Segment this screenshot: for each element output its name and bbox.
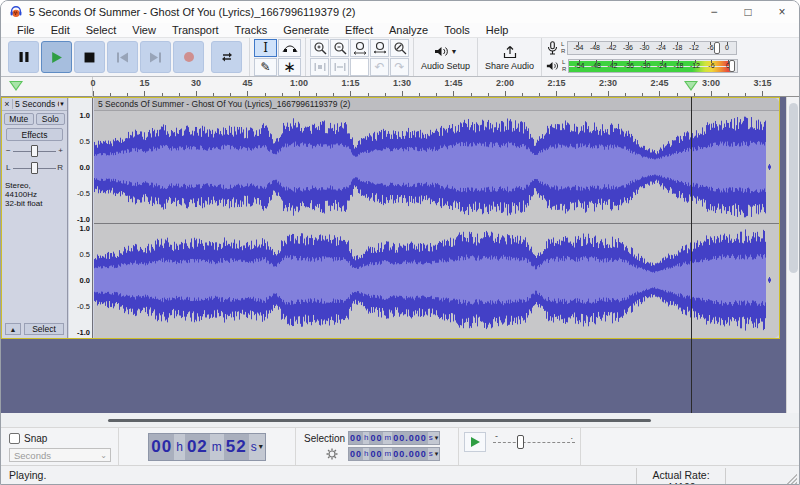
skip-to-start-button[interactable] — [107, 41, 138, 73]
microphone-icon — [547, 41, 558, 55]
playback-meter[interactable]: LR -54-48-42-36-30-24-18-12-60 — [546, 58, 738, 75]
select-track-button[interactable]: Select — [24, 323, 64, 335]
track-name[interactable]: 5 Seconds O — [13, 99, 59, 109]
vertical-scale-ruler[interactable]: 1.00.50.0-0.5-1.01.00.50.0-0.5-1.0 — [69, 98, 93, 338]
selection-settings-gear-icon[interactable] — [326, 448, 338, 460]
play-button[interactable] — [41, 41, 72, 73]
time-digits[interactable]: 00 — [149, 434, 174, 460]
menu-tracks[interactable]: Tracks — [227, 23, 276, 38]
fit-selection-button[interactable] — [350, 39, 369, 57]
share-audio-button[interactable]: Share Audio — [478, 38, 542, 76]
envelope-tool-button[interactable] — [278, 39, 301, 57]
menu-transport[interactable]: Transport — [164, 23, 227, 38]
multi-tool-button[interactable]: ∗ — [278, 58, 301, 76]
snap-mode-dropdown[interactable]: Seconds ⌄ — [9, 448, 111, 462]
selection-end-field[interactable]: 00h00m00.000s▾ — [348, 447, 440, 461]
play-speed-slider[interactable]: - . — [493, 434, 575, 450]
close-button[interactable]: × — [765, 1, 799, 23]
horizontal-scrollbar[interactable] — [1, 413, 799, 428]
menu-select[interactable]: Select — [78, 23, 125, 38]
audacity-logo-icon — [9, 5, 23, 19]
silence-audio-button[interactable] — [330, 58, 349, 76]
audio-position-display[interactable]: 00h02m52s▾ — [148, 433, 265, 461]
window-title: 5 Seconds Of Summer - Ghost Of You (Lyri… — [29, 6, 356, 18]
audio-setup-button[interactable]: ▼ Audio Setup — [414, 38, 478, 76]
collapse-track-button[interactable]: ▲ — [5, 323, 21, 335]
menu-edit[interactable]: Edit — [43, 23, 78, 38]
playhead-pin[interactable] — [684, 81, 698, 91]
vertical-scrollbar[interactable] — [786, 97, 799, 413]
recording-volume-thumb[interactable] — [714, 42, 720, 54]
selection-digits[interactable]: 00.000 — [392, 432, 428, 444]
speaker-icon — [434, 45, 449, 58]
clip-title[interactable]: 5 Seconds Of Summer - Ghost Of You (Lyri… — [94, 98, 779, 111]
zoom-toggle-button[interactable] — [390, 39, 409, 57]
chevron-down-icon[interactable]: ▾ — [434, 432, 440, 444]
track-menu-icon[interactable]: ▼ — [59, 101, 67, 107]
meter-scale-label: 0 — [725, 44, 729, 51]
horizontal-scrollbar-thumb[interactable] — [108, 419, 651, 422]
recording-meter[interactable]: LR -54-48-42-36-30-24-18-12-60 — [547, 40, 737, 57]
undo-button[interactable]: ↶ — [370, 58, 389, 76]
resize-grip[interactable] — [787, 474, 797, 484]
menu-effect[interactable]: Effect — [337, 23, 381, 38]
play-at-speed-button[interactable] — [464, 432, 486, 452]
timeline-label: 2:00 — [496, 78, 514, 88]
loop-button[interactable] — [211, 41, 242, 73]
menu-file[interactable]: File — [9, 23, 43, 38]
time-digits[interactable]: 52 — [224, 434, 249, 460]
selection-digits[interactable]: 00.000 — [392, 448, 428, 460]
selection-start-field[interactable]: 00h00m00.000s▾ — [348, 431, 440, 445]
gain-slider-thumb[interactable] — [31, 145, 38, 157]
fit-project-button[interactable] — [370, 39, 389, 57]
zoom-in-button[interactable] — [310, 39, 329, 57]
meter-scale-label: -24 — [657, 62, 667, 69]
zoom-out-button[interactable] — [330, 39, 349, 57]
skip-to-end-button[interactable] — [140, 41, 171, 73]
minimize-button[interactable]: − — [697, 1, 731, 23]
selection-digits[interactable]: 00 — [349, 432, 363, 444]
solo-button[interactable]: Solo — [36, 113, 66, 125]
time-digits[interactable]: 02 — [185, 434, 210, 460]
play-at-speed-toolbar: - . — [459, 428, 581, 465]
stop-button[interactable] — [74, 41, 105, 73]
draw-tool-button[interactable]: ✎ — [254, 58, 277, 76]
chevron-down-icon[interactable]: ▾ — [259, 434, 265, 460]
timeline-ruler[interactable]: 01530451:001:151:301:452:002:152:302:453… — [1, 77, 799, 97]
selection-digits[interactable]: 00 — [349, 448, 363, 460]
trim-audio-button[interactable] — [310, 58, 329, 76]
selection-digits[interactable]: 00 — [369, 432, 383, 444]
menu-analyze[interactable]: Analyze — [381, 23, 436, 38]
waveform-right-channel[interactable] — [94, 224, 779, 336]
menu-bar: FileEditSelectViewTransportTracksGenerat… — [1, 23, 799, 38]
menu-view[interactable]: View — [124, 23, 164, 38]
timeline-label: 3:00 — [702, 78, 720, 88]
vruler-label: 0.5 — [80, 137, 90, 146]
menu-tools[interactable]: Tools — [436, 23, 478, 38]
pause-button[interactable] — [8, 41, 39, 73]
selection-tool-button[interactable]: I — [254, 39, 277, 57]
menu-generate[interactable]: Generate — [275, 23, 337, 38]
pan-slider-thumb[interactable] — [31, 162, 38, 174]
pan-slider[interactable]: L R — [6, 161, 63, 175]
gain-min-label: − — [6, 144, 11, 158]
close-track-icon[interactable]: × — [2, 99, 13, 109]
audio-clip[interactable]: 5 Seconds Of Summer - Ghost Of You (Lyri… — [94, 98, 779, 338]
playback-volume-thumb[interactable] — [729, 60, 735, 72]
menu-help[interactable]: Help — [478, 23, 517, 38]
recording-meter-bar[interactable]: -54-48-42-36-30-24-18-12-60 — [567, 41, 737, 55]
snap-checkbox[interactable] — [9, 433, 20, 444]
gain-slider[interactable]: − + — [6, 144, 63, 158]
pinned-play-head-toggle[interactable] — [9, 81, 23, 91]
vertical-scrollbar-thumb[interactable] — [789, 103, 798, 273]
effects-button[interactable]: Effects — [6, 128, 63, 141]
redo-button[interactable]: ↷ — [390, 58, 409, 76]
waveform-left-channel[interactable] — [94, 111, 779, 223]
record-button[interactable] — [173, 41, 204, 73]
playback-meter-bar[interactable]: -54-48-42-36-30-24-18-12-60 — [568, 59, 738, 73]
chevron-down-icon[interactable]: ▾ — [434, 448, 440, 460]
mute-button[interactable]: Mute — [4, 113, 34, 125]
play-speed-slider-thumb[interactable] — [517, 435, 524, 449]
selection-digits[interactable]: 00 — [369, 448, 383, 460]
maximize-button[interactable]: □ — [731, 1, 765, 23]
